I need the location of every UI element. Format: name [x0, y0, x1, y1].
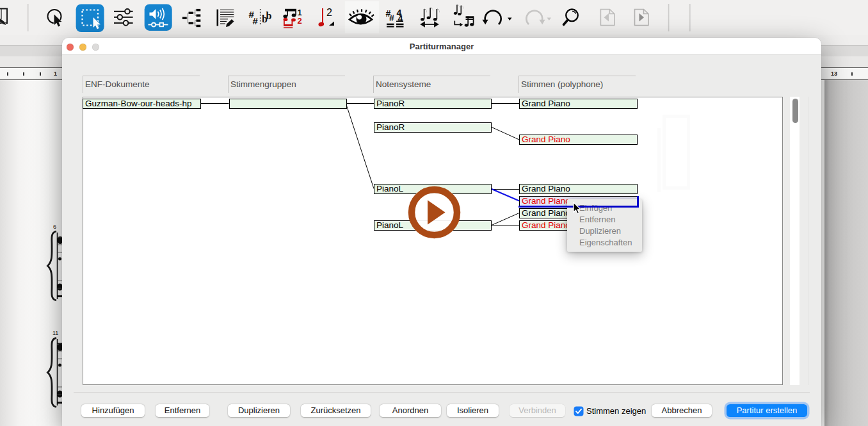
- svg-text:4: 4: [398, 13, 403, 24]
- svg-text:2: 2: [298, 16, 302, 26]
- svg-text:#: #: [389, 13, 394, 23]
- svg-text:#: #: [253, 15, 259, 26]
- svg-text:b: b: [266, 10, 272, 21]
- svg-text:6: 6: [53, 224, 56, 230]
- svg-text:2: 2: [326, 7, 332, 18]
- svg-text:11: 11: [52, 330, 58, 336]
